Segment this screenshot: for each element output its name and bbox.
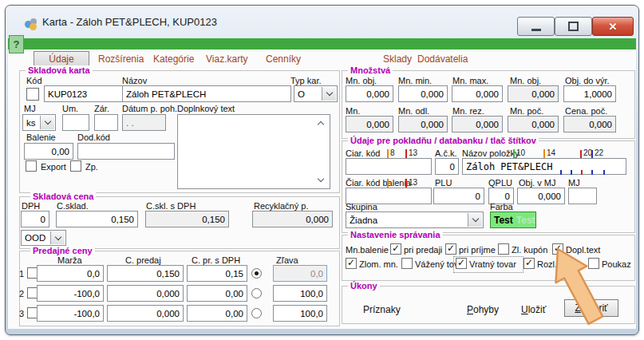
field-c-pr-s-dph-3[interactable]: 0,00 bbox=[187, 305, 247, 322]
zatvorit-button[interactable]: Zatvoriť bbox=[564, 299, 618, 317]
label-poukaz: Poukaz bbox=[602, 259, 631, 269]
checkbox-zl-kupon[interactable] bbox=[498, 243, 509, 255]
field-c-pr-s-dph-1[interactable]: 0,15 bbox=[187, 265, 247, 282]
radio-price-row-3[interactable] bbox=[251, 308, 262, 318]
field-mn[interactable]: 0,000 bbox=[346, 116, 393, 132]
checkbox-export[interactable] bbox=[26, 160, 37, 172]
status-bar bbox=[8, 38, 636, 49]
combo-skupina[interactable]: Žiadna bbox=[346, 212, 484, 228]
priznaky-link[interactable]: Príznaky bbox=[363, 304, 401, 315]
maximize-button[interactable] bbox=[555, 17, 592, 36]
field-balenie[interactable]: 0,00 bbox=[24, 143, 73, 160]
field-nazov[interactable]: Záloh PET&PLECH bbox=[122, 85, 291, 102]
field-c-predaj-3[interactable]: 0,000 bbox=[107, 305, 184, 322]
field-obj-v-mj[interactable]: 0,000 bbox=[517, 188, 565, 204]
name-column-tick bbox=[560, 170, 562, 175]
checkbox-kod[interactable] bbox=[26, 88, 39, 101]
label-zp: Zp. bbox=[85, 162, 98, 172]
tab-kategorie[interactable]: Kategórie bbox=[153, 53, 194, 65]
label-pri-prijme: pri príjme bbox=[459, 245, 496, 255]
ulozit-rest: ložiť bbox=[528, 304, 547, 315]
field-mn-odl[interactable]: 0,000 bbox=[398, 116, 448, 132]
minimize-button[interactable] bbox=[517, 17, 555, 36]
field-zlava-2[interactable]: 100,0 bbox=[273, 285, 327, 302]
ulozit-link[interactable]: Uložiť bbox=[521, 304, 546, 315]
field-marza-2[interactable]: -100,0 bbox=[37, 285, 104, 302]
label-nazov: Názov bbox=[122, 76, 147, 85]
tab-sklady[interactable]: Sklady bbox=[383, 53, 412, 65]
field-kod[interactable]: KUP0123 bbox=[44, 85, 125, 102]
tab-viaz-karty[interactable]: Viaz.karty bbox=[206, 53, 247, 65]
farba-button[interactable]: Test Test bbox=[490, 212, 536, 228]
field-c-pr-s-dph-2[interactable]: 0,00 bbox=[187, 285, 247, 302]
tab-rozsirenia[interactable]: Rozšírenia bbox=[98, 53, 144, 65]
label-mn-obj-2: Mn. obj. bbox=[510, 76, 541, 85]
textarea-doplnkovy-text[interactable] bbox=[177, 114, 330, 189]
field-csklad[interactable]: 0,150 bbox=[56, 211, 138, 227]
label-ack: A.č.k. bbox=[435, 148, 457, 158]
label-obj-do-vyr: Obj. do výr. bbox=[565, 76, 610, 85]
checkbox-pri-predaji[interactable] bbox=[390, 243, 401, 255]
field-ack[interactable]: 0 bbox=[435, 158, 459, 175]
minimize-icon bbox=[531, 29, 541, 31]
tab-cenniky[interactable]: Cenníky bbox=[266, 53, 301, 65]
tab-dodavatelia[interactable]: Dodávatelia bbox=[417, 53, 468, 65]
barcode2-marker-13: 13 bbox=[409, 179, 417, 187]
field-mn-obj-2[interactable]: 0,000 bbox=[508, 85, 559, 102]
label-skupina: Skupina bbox=[346, 202, 377, 212]
field-um[interactable] bbox=[62, 114, 89, 131]
checkbox-pri-prijme[interactable] bbox=[445, 243, 456, 255]
field-mn-rez[interactable]: 0,000 bbox=[452, 116, 503, 132]
combo-typ-kar[interactable]: O bbox=[294, 85, 338, 102]
label-vratny-tovar: Vratný tovar bbox=[469, 259, 516, 269]
checkbox-vratny-tovar[interactable] bbox=[456, 258, 467, 269]
combo-ood-value: OOD bbox=[25, 233, 45, 243]
price-row-number: 2 bbox=[19, 289, 24, 298]
field-dodkod[interactable] bbox=[77, 143, 175, 160]
field-marza-3[interactable]: -100,0 bbox=[37, 305, 104, 322]
field-cskldph[interactable]: 0,150 bbox=[145, 211, 229, 227]
field-mn-min[interactable]: 0,000 bbox=[398, 85, 448, 102]
barcode2-marker-tick bbox=[387, 179, 389, 188]
field-nazov-polozky[interactable]: Záloh PET&PLECH bbox=[462, 158, 626, 175]
checkbox-zlom-mn[interactable] bbox=[346, 258, 357, 269]
checkbox-zp[interactable] bbox=[70, 160, 81, 172]
checkbox-poukaz[interactable] bbox=[588, 258, 599, 269]
label-mn-balenie: Mn.balenie bbox=[346, 245, 389, 255]
label-mn-max: Mn. max. bbox=[452, 76, 488, 85]
name-column-tick bbox=[581, 170, 583, 175]
field-datum-p-poh[interactable]: . . bbox=[122, 114, 166, 131]
legend-nastavenie-spravania: Nastavenie správania bbox=[348, 230, 443, 239]
combo-skupina-value: Žiadna bbox=[350, 215, 377, 225]
field-ciar-kod[interactable] bbox=[346, 158, 432, 175]
field-mn-max[interactable]: 0,000 bbox=[452, 85, 503, 102]
field-mj-2[interactable] bbox=[568, 188, 597, 204]
checkbox-vazeny-tovar[interactable] bbox=[401, 258, 413, 269]
field-dph[interactable]: 0 bbox=[21, 211, 49, 227]
field-zar[interactable] bbox=[94, 114, 118, 131]
close-button[interactable]: ✕ bbox=[592, 17, 634, 36]
field-c-predaj-2[interactable]: 0,000 bbox=[107, 285, 184, 302]
checkbox-dopl-text[interactable] bbox=[552, 243, 563, 255]
pohyby-link[interactable]: Pohyby bbox=[467, 304, 499, 315]
field-zlava-3[interactable]: 100,0 bbox=[273, 305, 327, 322]
field-cena-poc[interactable]: 0,000 bbox=[563, 116, 616, 132]
radio-price-row-1[interactable] bbox=[251, 268, 262, 279]
scroll-down-icon[interactable] bbox=[315, 174, 326, 185]
field-c-predaj-1[interactable]: 0,150 bbox=[107, 265, 184, 282]
legend-skladova-karta: Skladová karta bbox=[26, 65, 93, 75]
field-marza-1[interactable]: 0,0 bbox=[37, 265, 104, 282]
combo-mj[interactable]: ks bbox=[22, 114, 56, 131]
scroll-up-icon[interactable] bbox=[315, 117, 326, 128]
legend-ukony: Úkony bbox=[348, 281, 380, 291]
field-zlava-1[interactable]: 0,0 bbox=[273, 265, 327, 282]
field-recyklacny[interactable]: 0,000 bbox=[252, 211, 333, 227]
checkbox-rozl-info[interactable] bbox=[523, 258, 535, 269]
combo-ood[interactable]: OOD bbox=[21, 230, 66, 246]
help-button[interactable]: ? bbox=[9, 35, 24, 53]
field-mn-poc[interactable]: 0,000 bbox=[508, 116, 559, 132]
radio-price-row-2[interactable] bbox=[251, 288, 262, 298]
field-mn-obj[interactable]: 0,000 bbox=[346, 85, 393, 102]
field-obj-do-vyr[interactable]: 1,0000 bbox=[563, 85, 616, 102]
field-plu[interactable]: 0 bbox=[433, 188, 484, 204]
